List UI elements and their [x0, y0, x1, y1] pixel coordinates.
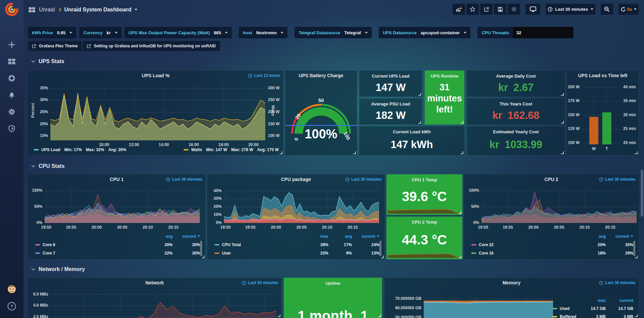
dashboard-link-ups-monitoring[interactable]: Setting up Grafana and InfluxDB for UPS … — [83, 41, 220, 51]
grafana-logo[interactable] — [4, 2, 19, 17]
variable-value[interactable]: 0.65 — [57, 30, 65, 35]
clock-icon — [345, 177, 350, 182]
legend-header[interactable]: max — [584, 298, 606, 303]
legend-header[interactable]: current — [608, 298, 633, 303]
stat-title[interactable]: CPU 2 Temp — [386, 220, 462, 225]
cpu2-chart[interactable] — [481, 188, 637, 223]
panel-title[interactable]: UPS Load vs Time left — [567, 73, 639, 78]
section-cpu-stats[interactable]: CPU Stats — [32, 163, 64, 169]
variable-cpu-threads[interactable]: CPU Threads — [477, 27, 573, 38]
legend-header[interactable]: max — [306, 234, 328, 239]
legend-scrollbar[interactable] — [200, 241, 202, 256]
variable-value[interactable]: Telegraf — [344, 30, 361, 35]
stat-title[interactable]: Estimated Yearly Cost — [467, 129, 565, 134]
stat-title[interactable]: Average PSU Load — [359, 101, 422, 106]
add-panel-button[interactable] — [453, 4, 465, 15]
dashboard-link-plex-theme[interactable]: Grafana Plex Theme — [28, 41, 82, 51]
memory-chart[interactable] — [424, 296, 553, 318]
configuration-icon[interactable] — [0, 103, 24, 120]
legend-row[interactable]: User22%9%13% — [215, 249, 379, 257]
chevron-down-icon[interactable] — [135, 9, 137, 10]
variable-value[interactable]: apcupsd-container — [421, 30, 460, 35]
cpu1-chart[interactable] — [45, 188, 200, 223]
chart-plot[interactable] — [481, 188, 637, 223]
save-button[interactable] — [494, 4, 506, 15]
tv-kiosk-button[interactable] — [525, 4, 540, 15]
legend-row[interactable]: Buffered3 MB3 MB — [552, 313, 633, 318]
legend-row[interactable]: Used14.7 GB14.7 GB — [552, 305, 633, 313]
chart-plot[interactable] — [582, 86, 620, 144]
chart-plot[interactable] — [51, 292, 276, 318]
section-ups-stats[interactable]: UPS Stats — [32, 58, 64, 64]
stat-title[interactable]: This Years Cost — [467, 101, 565, 106]
panel-time-range[interactable]: Last 30 minutes — [599, 177, 636, 182]
panel-title[interactable]: UPS Load % — [28, 73, 283, 78]
stat-title[interactable]: Average Daily Cost — [467, 74, 565, 79]
legend-item[interactable]: WattsMin: 147 WMax: 278 WAvg: 175 W — [184, 147, 279, 152]
create-icon[interactable] — [0, 36, 24, 53]
variable-value[interactable]: 865 — [214, 30, 221, 35]
user-avatar[interactable] — [0, 284, 24, 294]
legend-scrollbar[interactable] — [379, 241, 381, 256]
axis-tick: 10% — [214, 212, 222, 217]
legend-header[interactable]: current — [608, 234, 633, 239]
variable-ups-datasource[interactable]: UPS Datasourceapcupsd-container — [379, 27, 470, 38]
panel-time-range[interactable]: Last 30 minutes — [166, 177, 202, 182]
variable-kwh-price[interactable]: kWh Price0.65 — [28, 27, 76, 38]
legend-header[interactable]: avg — [152, 234, 173, 239]
panel-time-range[interactable]: Last 30 minutes — [599, 280, 636, 285]
dashboard-grid-icon[interactable] — [28, 6, 36, 13]
panel-time-range[interactable]: Last 30 minutes — [345, 177, 382, 182]
stat-title[interactable]: UPS Runtime — [425, 74, 464, 79]
stat-title[interactable]: Current Load kWh — [359, 129, 464, 134]
cpu-package-chart[interactable] — [224, 188, 379, 223]
network-chart[interactable] — [51, 292, 276, 318]
stat-title[interactable]: Current UPS Load — [359, 74, 422, 79]
refresh-button[interactable]: 5s — [618, 4, 639, 15]
variable-telegraf-datasource[interactable]: Telegraf DatasourceTelegraf — [294, 27, 372, 38]
panel-time-range[interactable]: Last 30 minutes — [242, 280, 278, 285]
chart-plot[interactable] — [50, 84, 265, 140]
stat-title[interactable]: Uptime — [284, 281, 382, 286]
stat-title[interactable]: CPU 1 Temp — [386, 177, 462, 182]
zoom-out-button[interactable] — [601, 4, 613, 15]
legend-row[interactable]: CPU Total38%17%24% — [215, 240, 379, 249]
legend-header[interactable]: current — [355, 234, 379, 239]
legend-row[interactable]: Core 1618%29% — [471, 249, 633, 257]
legend-scrollbar[interactable] — [633, 241, 635, 256]
legend-item[interactable]: UPS LoadMin: 17%Max: 32%Avg: 20% — [34, 147, 126, 152]
legend-row[interactable]: Core 2220%35% — [471, 240, 633, 249]
legend-header[interactable]: avg — [331, 234, 352, 239]
chart-plot[interactable] — [45, 188, 200, 223]
variable-currency[interactable]: Currencykr — [79, 27, 121, 38]
battery-gauge[interactable] — [285, 71, 357, 155]
chart-plot[interactable] — [224, 188, 379, 223]
share-button[interactable] — [480, 4, 493, 15]
variable-host[interactable]: hostNostromo — [239, 27, 287, 38]
help-icon[interactable]: ? — [0, 302, 24, 311]
alerting-icon[interactable] — [0, 87, 24, 103]
breadcrumb-folder[interactable]: Unraid — [39, 7, 55, 13]
legend-header[interactable]: current — [175, 234, 200, 239]
refresh-interval[interactable]: 5s — [627, 7, 632, 12]
page-scrollbar[interactable] — [641, 170, 643, 217]
legend-row[interactable]: Core 620%30% — [35, 240, 200, 249]
variable-value[interactable]: kr — [106, 30, 110, 35]
server-admin-shield-icon[interactable] — [0, 120, 24, 137]
section-network-memory[interactable]: Network / Memory — [32, 266, 85, 272]
explore-icon[interactable] — [0, 70, 24, 87]
variable-ups-max-output[interactable]: UPS Max Output Power Capacity (Watt)865 — [125, 27, 232, 38]
star-button[interactable] — [466, 4, 479, 15]
panel-time-range[interactable]: Last 12 hours — [248, 73, 280, 78]
dashboards-icon[interactable] — [0, 53, 24, 70]
variable-value[interactable]: Nostromo — [256, 30, 277, 35]
cpu-threads-input[interactable] — [513, 27, 573, 38]
legend-row[interactable]: Core 722%30% — [35, 249, 200, 257]
time-range-picker[interactable]: Last 30 minutes — [546, 4, 595, 15]
chart-plot[interactable] — [424, 296, 553, 318]
ups-load-vs-time-bar-chart[interactable] — [582, 86, 620, 144]
dashboard-title[interactable]: Unraid System Dashboard — [64, 7, 131, 13]
dashboard-settings-button[interactable] — [508, 4, 520, 15]
legend-header[interactable]: avg — [585, 234, 606, 239]
ups-load-chart[interactable] — [50, 84, 265, 140]
